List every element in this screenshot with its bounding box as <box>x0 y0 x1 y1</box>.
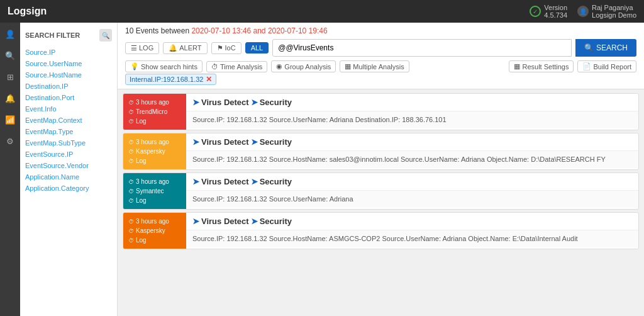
arrow-icon-2-1: ➤ <box>251 137 258 147</box>
result-settings-button[interactable]: ▦ Result Settings <box>509 60 574 72</box>
time-icon: ⏱ <box>211 63 218 71</box>
result-title-part1-3: Virus Detect <box>201 217 249 226</box>
app-logo: Logsign <box>8 6 47 17</box>
nav-bell-icon[interactable]: 🔔 <box>4 92 16 104</box>
result-type-0: ⏱ Log <box>128 118 181 125</box>
sidebar-item-Source-IP[interactable]: Source.IP <box>25 47 112 58</box>
log-type-button[interactable]: ☰ LOG <box>125 42 159 54</box>
result-detail-1: Source.IP: 192.168.1.32 Source.HostName:… <box>186 151 638 168</box>
header-bar: 10 Events between 2020-07-10 13:46 and 2… <box>118 23 644 89</box>
result-title-part2-1: Security <box>260 137 292 147</box>
result-time-0: ⏱ 3 hours ago <box>128 99 181 106</box>
alert-icon: 🔔 <box>169 44 177 52</box>
result-detail-2: Source.IP: 192.168.1.32 Source.UserName:… <box>186 191 638 208</box>
version-label: Version 4.5.734 <box>544 4 567 19</box>
result-meta-3: ⏱ 3 hours ago ⏱ Kaspersky ⏱ Log <box>123 213 186 249</box>
result-title-1[interactable]: ➤ Virus Detect ➤ Security <box>186 133 638 151</box>
all-type-button[interactable]: ALL <box>245 42 269 54</box>
sidebar-item-EventMap-Context[interactable]: EventMap.Context <box>25 115 112 126</box>
nav-person-icon[interactable]: 👤 <box>4 28 16 40</box>
analysis-row: 💡 Show search hints ⏱ Time Analysis ◉ Gr… <box>125 60 636 72</box>
multiple-icon: ▦ <box>345 62 351 71</box>
result-body-2: ➤ Virus Detect ➤ Security Source.IP: 192… <box>186 173 638 209</box>
arrow-icon-2-3: ➤ <box>251 217 258 226</box>
build-report-button[interactable]: 📄 Build Report <box>577 60 636 72</box>
group-analysis-button[interactable]: ◉ Group Analysis <box>271 60 336 72</box>
vendor-icon: ⏱ <box>128 149 134 155</box>
result-type-2: ⏱ Log <box>128 197 181 204</box>
build-report-icon: 📄 <box>582 62 591 71</box>
arrow-icon-2-2: ➤ <box>251 177 258 186</box>
result-title-0[interactable]: ➤ Virus Detect ➤ Security <box>186 94 638 111</box>
sidebar-item-Destination-Port[interactable]: Destination.Port <box>25 92 112 103</box>
date-and: and <box>253 26 268 35</box>
sidebar-item-Destination-IP[interactable]: Destination.IP <box>25 81 112 92</box>
multiple-analysis-button[interactable]: ▦ Multiple Analysis <box>340 60 409 72</box>
result-meta-2: ⏱ 3 hours ago ⏱ Symantec ⏱ Log <box>123 173 186 209</box>
nav-search-icon[interactable]: 🔍 <box>4 49 16 62</box>
time-analysis-button[interactable]: ⏱ Time Analysis <box>206 61 267 72</box>
result-body-0: ➤ Virus Detect ➤ Security Source.IP: 192… <box>186 94 638 130</box>
search-btn-icon: 🔍 <box>584 43 594 52</box>
filter-tag-ip: Internal.IP:192.168.1.32 ✕ <box>125 74 216 85</box>
result-title-2[interactable]: ➤ Virus Detect ➤ Security <box>186 173 638 191</box>
sidebar-item-EventMap-SubType[interactable]: EventMap.SubType <box>25 137 112 149</box>
clock-icon: ⏱ <box>128 99 134 106</box>
version-check-icon: ✓ <box>530 6 541 17</box>
vendor-icon: ⏱ <box>128 188 134 195</box>
search-filter-sidebar: SEARCH FILTER 🔍 Source.IPSource.UserName… <box>20 23 118 316</box>
ioc-type-button[interactable]: ⚑ IoC <box>211 42 242 54</box>
result-card-2: ⏱ 3 hours ago ⏱ Symantec ⏱ Log ➤ Virus D… <box>123 172 639 210</box>
arrow-icon-1-2: ➤ <box>192 177 199 186</box>
result-type-1: ⏱ Log <box>128 157 181 164</box>
sidebar-item-EventMap-Type[interactable]: EventMap.Type <box>25 126 112 137</box>
vendor-icon: ⏱ <box>128 228 134 234</box>
nav-wifi-icon[interactable]: 📶 <box>4 113 16 126</box>
result-meta-0: ⏱ 3 hours ago ⏱ TrendMicro ⏱ Log <box>123 94 186 130</box>
sidebar-search-button[interactable]: 🔍 <box>99 29 112 42</box>
sidebar-item-Event-Info[interactable]: Event.Info <box>25 103 112 115</box>
sidebar-item-EventSource-Vendor[interactable]: EventSource.Vendor <box>25 160 112 171</box>
clock-icon: ⏱ <box>128 139 134 145</box>
sidebar-item-Application-Name[interactable]: Application.Name <box>25 171 112 183</box>
result-time-1: ⏱ 3 hours ago <box>128 138 181 145</box>
result-vendor-0: ⏱ TrendMicro <box>128 108 181 115</box>
nav-grid-icon[interactable]: ⊞ <box>4 71 16 83</box>
result-title-part2-0: Security <box>260 98 292 107</box>
result-body-3: ➤ Virus Detect ➤ Security Source.IP: 192… <box>186 213 638 249</box>
arrow-icon-1-3: ➤ <box>192 217 199 226</box>
result-card-1: ⏱ 3 hours ago ⏱ Kaspersky ⏱ Log ➤ Virus … <box>123 133 639 170</box>
result-detail-3: Source.IP: 192.168.1.32 Source.HostName:… <box>186 230 638 247</box>
filter-tags: Internal.IP:192.168.1.32 ✕ <box>125 72 636 85</box>
arrow-icon-1-0: ➤ <box>192 98 199 107</box>
result-detail-0: Source.IP: 192.168.1.32 Source.UserName:… <box>186 111 638 128</box>
results-list: ⏱ 3 hours ago ⏱ TrendMicro ⏱ Log ➤ Virus… <box>118 89 644 316</box>
sidebar-item-EventSource-IP[interactable]: EventSource.IP <box>25 149 112 160</box>
result-type-3: ⏱ Log <box>128 237 181 244</box>
result-time-3: ⏱ 3 hours ago <box>128 218 181 225</box>
alert-type-button[interactable]: 🔔 ALERT <box>163 42 207 54</box>
result-card-0: ⏱ 3 hours ago ⏱ TrendMicro ⏱ Log ➤ Virus… <box>123 93 639 130</box>
sidebar-title: SEARCH FILTER 🔍 <box>25 29 112 42</box>
type-icon: ⏱ <box>128 158 134 164</box>
sidebar-item-Application-Category[interactable]: Application.Category <box>25 183 112 194</box>
arrow-icon-2-0: ➤ <box>251 98 258 107</box>
nav-gear-icon[interactable]: ⚙ <box>4 135 16 147</box>
remove-filter-button[interactable]: ✕ <box>206 75 212 84</box>
show-hints-button[interactable]: 💡 Show search hints <box>125 60 203 72</box>
left-nav: 👤 🔍 ⊞ 🔔 📶 ⚙ <box>0 23 20 316</box>
arrow-icon-1-1: ➤ <box>192 137 199 147</box>
result-title-3[interactable]: ➤ Virus Detect ➤ Security <box>186 213 638 230</box>
date-start: 2020-07-10 13:46 <box>191 26 251 35</box>
search-input[interactable] <box>272 39 572 57</box>
user-avatar: 👤 <box>577 6 589 17</box>
topbar: Logsign ✓ Version 4.5.734 👤 Raj Paganiya… <box>0 0 644 23</box>
search-button[interactable]: 🔍 SEARCH <box>575 39 636 57</box>
result-title-part1-1: Virus Detect <box>201 137 249 147</box>
sidebar-items-list: Source.IPSource.UserNameSource.HostNameD… <box>25 47 112 194</box>
sidebar-item-Source-UserName[interactable]: Source.UserName <box>25 58 112 69</box>
log-icon: ☰ <box>131 44 137 52</box>
sidebar-item-Source-HostName[interactable]: Source.HostName <box>25 69 112 81</box>
result-meta-1: ⏱ 3 hours ago ⏱ Kaspersky ⏱ Log <box>123 133 186 169</box>
result-body-1: ➤ Virus Detect ➤ Security Source.IP: 192… <box>186 133 638 169</box>
